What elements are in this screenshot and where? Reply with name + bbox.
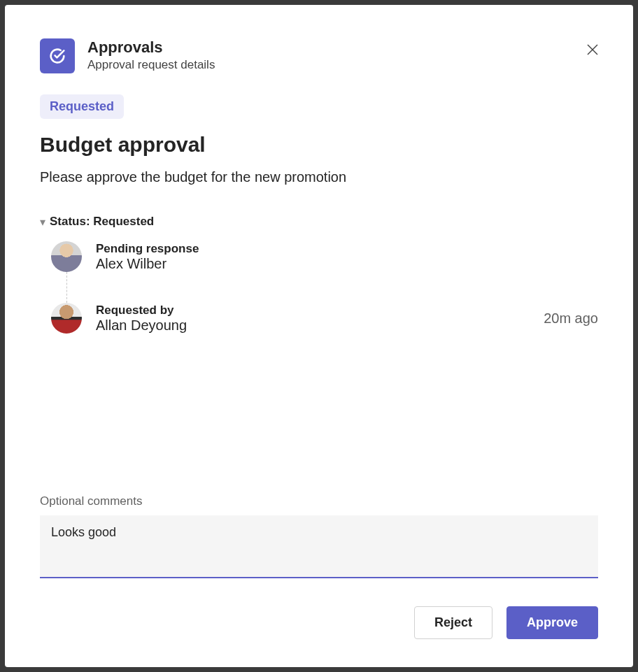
action-bar: Reject Approve: [40, 606, 598, 639]
status-label: Status: Requested: [50, 215, 154, 229]
app-subtitle: Approval request details: [87, 58, 215, 72]
chevron-down-icon: ▾: [40, 215, 45, 229]
approve-button[interactable]: Approve: [506, 606, 598, 639]
approvals-app-icon: [40, 38, 75, 73]
comments-input[interactable]: [40, 515, 598, 578]
request-description: Please approve the budget for the new pr…: [40, 169, 598, 185]
status-badge: Requested: [40, 94, 124, 119]
app-title: Approvals: [87, 38, 215, 57]
approval-dialog: Approvals Approval request details Reque…: [5, 5, 633, 667]
spacer: [40, 341, 598, 494]
requester-row: Requested by Allan Deyoung 20m ago: [51, 303, 598, 334]
person-status-label: Requested by: [96, 303, 187, 317]
checkmark-circle-icon: [48, 46, 67, 66]
avatar: [51, 303, 82, 334]
person-name: Alex Wilber: [96, 256, 199, 272]
person-text: Requested by Allan Deyoung: [96, 303, 187, 334]
people-list: Pending response Alex Wilber Requested b…: [40, 241, 598, 334]
person-status-label: Pending response: [96, 242, 199, 256]
person-text: Pending response Alex Wilber: [96, 242, 199, 272]
timestamp: 20m ago: [544, 310, 598, 327]
dialog-header: Approvals Approval request details: [40, 38, 598, 73]
comments-label: Optional comments: [40, 494, 598, 508]
header-text: Approvals Approval request details: [87, 38, 215, 72]
status-section: ▾ Status: Requested Pending response Ale…: [40, 215, 598, 334]
close-button[interactable]: [581, 38, 604, 61]
status-toggle[interactable]: ▾ Status: Requested: [40, 215, 598, 229]
reject-button[interactable]: Reject: [414, 606, 492, 639]
request-title: Budget approval: [40, 133, 598, 157]
avatar: [51, 241, 82, 272]
person-name: Allan Deyoung: [96, 317, 187, 334]
close-icon: [586, 43, 599, 56]
approver-row: Pending response Alex Wilber: [51, 241, 598, 303]
